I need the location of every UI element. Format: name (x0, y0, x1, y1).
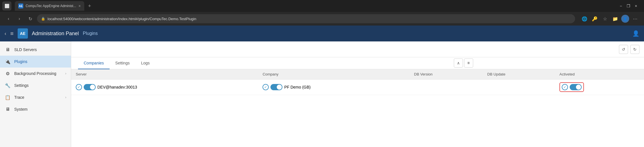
server-check-indicator: ✓ (76, 84, 82, 90)
server-toggle-knob (90, 85, 95, 90)
header-menu-button[interactable]: ≡ (10, 30, 14, 37)
security-icon: 🔒 (41, 17, 45, 21)
header-right-actions: 👤 (632, 30, 639, 37)
more-menu-button[interactable]: ⋯ (631, 14, 639, 23)
tab-companies[interactable]: Companies (78, 57, 110, 69)
server-toggle-group: ✓ DEV@hanadev:30013 (76, 84, 253, 90)
refresh-nav-button[interactable]: ↻ (26, 15, 34, 23)
sidebar-item-system[interactable]: 🖥 System (0, 103, 71, 115)
forward-nav-button[interactable]: › (15, 15, 23, 23)
plugins-icon: 🔌 (5, 58, 11, 65)
trace-icon: 📋 (5, 94, 11, 100)
company-cell: ✓ PF Demo (GB) (258, 79, 409, 95)
collections-icon[interactable]: 📁 (611, 14, 620, 23)
sidebar-item-sld-servers[interactable]: 🖥 SLD Servers (0, 44, 71, 56)
tab-title: CompuTec AppEngine Administ... (26, 4, 76, 8)
sidebar-label-trace: Trace (14, 95, 62, 100)
sidebar-item-trace[interactable]: 📋 Trace › (0, 91, 71, 103)
active-tab[interactable]: AE CompuTec AppEngine Administ... × (15, 1, 84, 11)
column-server: Server (71, 69, 258, 79)
tab-favicon: AE (18, 3, 23, 9)
refresh-button-1[interactable]: ↺ (619, 45, 628, 54)
sidebar-label-sld-servers: SLD Servers (14, 47, 66, 52)
sidebar-label-settings: Settings (14, 83, 66, 88)
header-logo: AE (18, 28, 28, 39)
tab-close-button[interactable]: × (78, 4, 81, 8)
collapse-button[interactable]: ∧ (454, 58, 463, 68)
refresh-button-2[interactable]: ↻ (630, 45, 639, 54)
app-header: ‹ ≡ AE Administration Panel Plugins 👤 (0, 26, 644, 41)
floating-buttons: ∧ ✳ (454, 58, 473, 68)
tab-logs[interactable]: Logs (135, 57, 155, 69)
column-company: Company (258, 69, 409, 79)
extension2-icon[interactable]: 🔑 (590, 14, 599, 23)
column-activated: Activeted (555, 69, 644, 79)
sidebar-item-plugins[interactable]: 🔌 Plugins (0, 56, 71, 68)
sidebar-label-background-processing: Background Processing (14, 71, 62, 76)
user-settings-icon[interactable]: 👤 (632, 30, 639, 37)
close-button[interactable]: × (635, 4, 637, 8)
settings-icon: 🔧 (5, 82, 11, 89)
browser-action-icons: 🌐 🔑 ☆ 📁 👤 ⋯ (580, 14, 639, 23)
sidebar-label-plugins: Plugins (14, 59, 66, 64)
content-top-bar: ↺ ↻ (71, 41, 644, 57)
new-tab-button[interactable]: + (85, 2, 94, 10)
tab-sidebar-icon[interactable]: ⬜ (2, 1, 11, 10)
activated-toggle-knob (576, 85, 581, 90)
sidebar-item-settings[interactable]: 🔧 Settings (0, 79, 71, 91)
maximize-button[interactable]: ❐ (627, 4, 630, 8)
sidebar: 🖥 SLD Servers 🔌 Plugins ⚙ Background Pro… (0, 41, 71, 147)
tab-left-icons: ⬜ (2, 1, 11, 10)
profile-icon[interactable]: 👤 (621, 15, 629, 23)
back-nav-button[interactable]: ‹ (5, 15, 13, 23)
activated-check-indicator: ✓ (562, 84, 568, 90)
column-db-version: DB Version (409, 69, 483, 79)
server-name: DEV@hanadev:30013 (97, 85, 137, 89)
activated-toggle-switch[interactable] (570, 84, 582, 90)
company-toggle-group: ✓ PF Demo (GB) (262, 84, 405, 90)
db-version-cell (409, 79, 483, 95)
minimize-button[interactable]: − (620, 4, 622, 8)
window-controls: − ❐ × (620, 4, 642, 8)
browser-chrome: ⬜ AE CompuTec AppEngine Administ... × + … (0, 0, 644, 26)
company-check-indicator: ✓ (262, 84, 269, 90)
url-text: localhost:54000/webcontent/administratio… (48, 17, 196, 21)
content-area: ↺ ↻ Companies Settings Logs ∧ ✳ (71, 41, 644, 147)
app-container: ‹ ≡ AE Administration Panel Plugins 👤 🖥 … (0, 26, 644, 147)
server-cell: ✓ DEV@hanadev:30013 (71, 79, 258, 95)
tab-section: Companies Settings Logs ∧ ✳ (71, 57, 644, 69)
favorites-icon[interactable]: ☆ (601, 14, 609, 23)
header-title: Administration Panel (32, 31, 79, 37)
extension-icon[interactable]: 🌐 (580, 14, 589, 23)
address-bar-row: ‹ › ↻ 🔒 localhost:54000/webcontent/admin… (0, 12, 644, 26)
activated-cell: ✓ (555, 79, 644, 95)
table-row: ✓ DEV@hanadev:30013 ✓ (71, 79, 644, 95)
header-back-button[interactable]: ‹ (5, 31, 6, 37)
sidebar-item-background-processing[interactable]: ⚙ Background Processing › (0, 68, 71, 79)
activated-toggle-group[interactable]: ✓ (559, 82, 584, 92)
pin-button[interactable]: ✳ (464, 58, 473, 68)
sidebar-label-system: System (14, 107, 66, 112)
background-processing-icon: ⚙ (5, 70, 11, 77)
companies-table: Server Company DB Version DB Update Acti… (71, 69, 644, 95)
header-breadcrumb: Plugins (83, 31, 98, 36)
server-toggle-switch[interactable] (84, 84, 96, 90)
address-bar[interactable]: 🔒 localhost:54000/webcontent/administrat… (37, 14, 575, 23)
table-header-row: Server Company DB Version DB Update Acti… (71, 69, 644, 79)
tab-settings[interactable]: Settings (110, 57, 136, 69)
data-table-container: Server Company DB Version DB Update Acti… (71, 69, 644, 147)
db-update-cell (483, 79, 555, 95)
system-icon: 🖥 (5, 106, 11, 112)
column-db-update: DB Update (483, 69, 555, 79)
company-toggle-switch[interactable] (270, 84, 282, 90)
background-processing-chevron-icon: › (65, 72, 66, 75)
sld-servers-icon: 🖥 (5, 47, 11, 53)
trace-chevron-icon: › (65, 95, 66, 99)
company-toggle-knob (277, 85, 282, 90)
company-name: PF Demo (GB) (284, 85, 311, 89)
tab-bar: ⬜ AE CompuTec AppEngine Administ... × + … (0, 0, 644, 12)
main-content: 🖥 SLD Servers 🔌 Plugins ⚙ Background Pro… (0, 41, 644, 147)
